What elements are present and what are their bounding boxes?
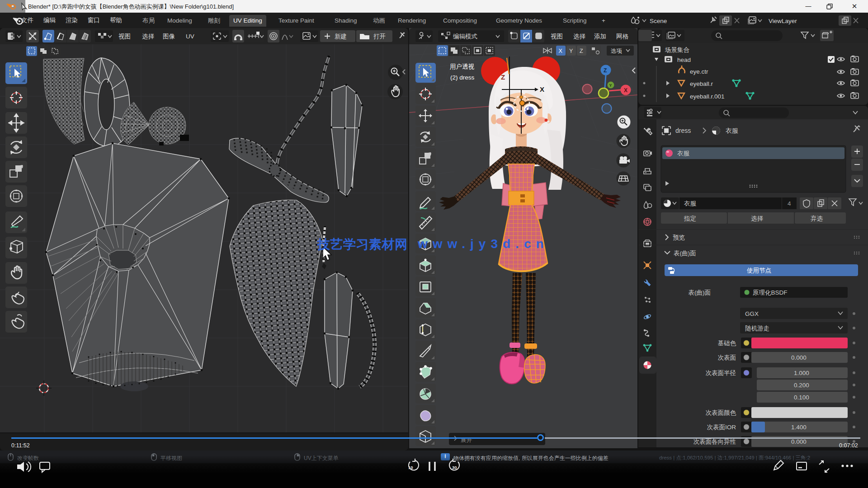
svg-text:衣服: 衣服 — [677, 150, 690, 157]
svg-text:次表面IOR: 次表面IOR — [707, 424, 736, 431]
svg-text:30: 30 — [452, 465, 457, 470]
svg-text:预览: 预览 — [673, 234, 685, 241]
svg-text:0.000: 0.000 — [791, 354, 807, 361]
svg-text:指定: 指定 — [684, 215, 696, 222]
svg-text:选项: 选项 — [611, 48, 623, 54]
svg-text:X: X — [624, 87, 627, 94]
svg-text:0.100: 0.100 — [794, 394, 809, 401]
svg-text:dress: dress — [675, 127, 691, 134]
svg-text:衣服: 衣服 — [684, 200, 697, 207]
svg-text:X: X — [559, 48, 563, 54]
svg-text:打开: 打开 — [373, 33, 386, 40]
svg-text:使用节点: 使用节点 — [746, 267, 771, 274]
svg-text:选择: 选择 — [573, 33, 586, 40]
svg-text:次表面各向异性: 次表面各向异性 — [693, 438, 736, 445]
svg-text:eyeball.r.001: eyeball.r.001 — [690, 93, 725, 100]
svg-text:10: 10 — [408, 465, 413, 470]
svg-text:1.000: 1.000 — [794, 370, 809, 376]
svg-text:场景集合: 场景集合 — [665, 47, 690, 53]
svg-text:4: 4 — [788, 200, 791, 207]
svg-text:次表面: 次表面 — [718, 354, 736, 361]
svg-text:GGX: GGX — [745, 310, 759, 317]
svg-text:0.000: 0.000 — [791, 438, 807, 445]
svg-text:视图: 视图 — [551, 33, 563, 40]
svg-text:原理化BSDF: 原理化BSDF — [753, 289, 788, 296]
svg-text:UV: UV — [186, 33, 194, 40]
svg-text:编辑模式: 编辑模式 — [453, 33, 477, 40]
svg-text:0.200: 0.200 — [794, 382, 809, 389]
svg-text:eye.ctr: eye.ctr — [690, 68, 708, 75]
svg-text:Z: Z — [501, 73, 505, 81]
svg-text:次表面半径: 次表面半径 — [706, 370, 736, 376]
svg-text:1.400: 1.400 — [791, 424, 807, 431]
svg-text:用户透视: 用户透视 — [450, 63, 475, 70]
svg-text:次表面颜色: 次表面颜色 — [706, 409, 736, 416]
svg-text:图像: 图像 — [163, 33, 175, 40]
svg-text:选择: 选择 — [142, 33, 155, 40]
svg-text:选择: 选择 — [751, 215, 764, 222]
svg-text:随机游走: 随机游走 — [745, 325, 769, 332]
svg-text:表(曲)面: 表(曲)面 — [689, 289, 711, 296]
svg-text:Y: Y — [609, 83, 612, 88]
svg-text:X: X — [540, 85, 544, 93]
svg-text:弃选: 弃选 — [811, 215, 823, 222]
svg-text:添加: 添加 — [594, 33, 606, 40]
svg-text:网格: 网格 — [616, 33, 629, 40]
svg-text:基础色: 基础色 — [718, 340, 736, 347]
svg-text:新建: 新建 — [335, 33, 347, 40]
svg-text:衣服: 衣服 — [726, 127, 738, 134]
svg-text:表(曲)面: 表(曲)面 — [674, 250, 696, 257]
svg-text:视图: 视图 — [118, 33, 131, 40]
svg-text:head: head — [677, 56, 691, 63]
svg-text:Z: Z — [604, 67, 607, 74]
svg-text:eyeball.r: eyeball.r — [690, 80, 713, 87]
svg-text:Z: Z — [580, 48, 583, 54]
svg-text:Y: Y — [569, 48, 573, 54]
svg-text:Scene: Scene — [650, 18, 667, 24]
svg-text:(2) dress: (2) dress — [450, 74, 475, 81]
svg-text:ViewLayer: ViewLayer — [769, 18, 797, 24]
